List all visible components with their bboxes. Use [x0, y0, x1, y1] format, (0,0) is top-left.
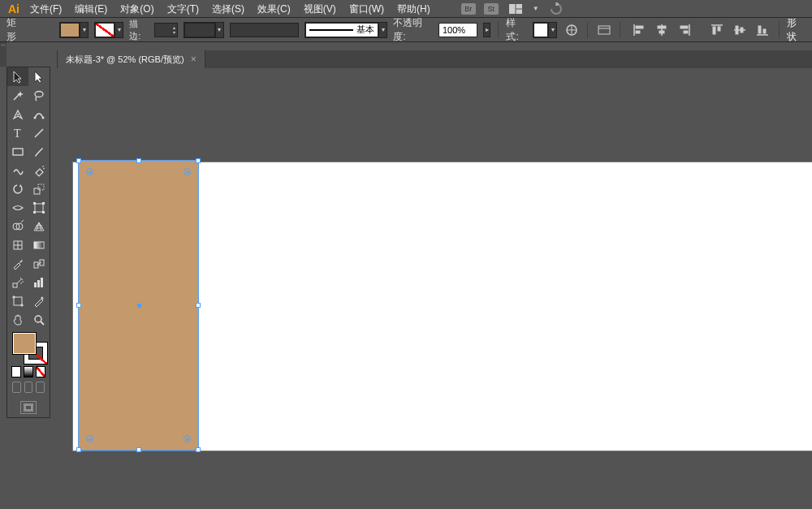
- paintbrush-tool[interactable]: [28, 142, 50, 161]
- curvature-tool[interactable]: [28, 105, 50, 123]
- handle-e[interactable]: [196, 303, 201, 308]
- handle-n[interactable]: [136, 158, 141, 163]
- sync-icon[interactable]: [547, 0, 565, 18]
- stroke-color-swatch[interactable]: ▾: [94, 22, 123, 38]
- menu-effect[interactable]: 效果(C): [251, 0, 297, 18]
- draw-normal-icon[interactable]: [12, 382, 21, 393]
- menu-help[interactable]: 帮助(H): [391, 0, 437, 18]
- width-tool[interactable]: [7, 198, 28, 217]
- rectangle-tool[interactable]: [7, 142, 28, 161]
- brush-definition-dropdown[interactable]: 基本▾: [304, 22, 387, 38]
- pen-tool[interactable]: [7, 105, 28, 123]
- svg-point-29: [34, 116, 37, 119]
- svg-rect-64: [25, 405, 32, 410]
- menu-file[interactable]: 文件(F): [24, 0, 68, 18]
- slice-tool[interactable]: [28, 291, 50, 310]
- handle-sw[interactable]: [76, 447, 81, 452]
- shape-builder-tool[interactable]: [7, 217, 28, 235]
- blend-tool[interactable]: [28, 254, 50, 273]
- close-icon[interactable]: ×: [191, 54, 197, 65]
- menu-window[interactable]: 窗口(W): [343, 0, 391, 18]
- menu-edit[interactable]: 编辑(E): [68, 0, 114, 18]
- rotate-tool[interactable]: [7, 179, 28, 198]
- app-icon: Ai: [4, 0, 24, 18]
- perspective-grid-tool[interactable]: [28, 217, 50, 235]
- stroke-profile-dropdown[interactable]: ▾: [184, 22, 224, 38]
- draw-inside-icon[interactable]: [36, 382, 45, 393]
- align-right-icon[interactable]: [676, 21, 693, 39]
- live-corner-sw[interactable]: [86, 435, 93, 442]
- handle-nw[interactable]: [76, 158, 81, 163]
- eyedropper-tool[interactable]: [7, 254, 28, 273]
- handle-ne[interactable]: [196, 158, 201, 163]
- handle-w[interactable]: [76, 303, 81, 308]
- lasso-tool[interactable]: [28, 86, 50, 105]
- type-tool[interactable]: T: [7, 123, 28, 142]
- opacity-label: 不透明度:: [393, 16, 433, 44]
- canvas-area[interactable]: [57, 68, 812, 509]
- recolor-icon[interactable]: [563, 21, 580, 39]
- artboard-tool[interactable]: [7, 291, 28, 310]
- selection-bounding-box: [78, 160, 199, 451]
- svg-rect-15: [680, 26, 688, 28]
- direct-selection-tool[interactable]: [28, 67, 50, 86]
- align-top-icon[interactable]: [708, 21, 726, 39]
- fill-stroke-indicator[interactable]: [12, 332, 48, 364]
- document-tab[interactable]: 未标题-3* @ 52% (RGB/预览) ×: [57, 50, 205, 68]
- svg-point-28: [17, 114, 19, 115]
- color-mode-none[interactable]: [36, 366, 45, 377]
- svg-rect-6: [598, 26, 610, 34]
- menu-object[interactable]: 对象(O): [114, 0, 160, 18]
- svg-text:T: T: [14, 127, 21, 140]
- color-mode-solid[interactable]: [11, 366, 21, 377]
- zoom-tool[interactable]: [28, 310, 50, 329]
- align-bottom-icon[interactable]: [754, 21, 771, 39]
- doc-setup-icon[interactable]: [595, 21, 612, 39]
- transform-label[interactable]: 形状: [787, 16, 806, 44]
- hand-tool[interactable]: [7, 310, 28, 329]
- screen-mode-button[interactable]: [20, 401, 37, 414]
- svg-rect-54: [37, 280, 40, 287]
- live-corner-nw[interactable]: [86, 168, 93, 175]
- color-mode-gradient[interactable]: [24, 366, 33, 377]
- live-corner-ne[interactable]: [184, 168, 191, 175]
- free-transform-tool[interactable]: [28, 198, 50, 217]
- svg-rect-39: [33, 211, 36, 214]
- column-graph-tool[interactable]: [28, 273, 50, 291]
- draw-behind-icon[interactable]: [24, 382, 33, 393]
- bridge-icon[interactable]: Br: [461, 3, 476, 15]
- shaper-tool[interactable]: [7, 161, 28, 179]
- panel-grip[interactable]: ‹‹: [0, 42, 6, 67]
- dropdown-icon[interactable]: ▼: [533, 5, 539, 12]
- eraser-tool[interactable]: [28, 161, 50, 179]
- fill-color-swatch[interactable]: ▾: [59, 22, 89, 38]
- menu-select[interactable]: 选择(S): [205, 0, 251, 18]
- arrange-docs-icon[interactable]: [507, 0, 525, 18]
- style-label: 样式:: [506, 16, 527, 44]
- fill-indicator[interactable]: [12, 332, 37, 355]
- stroke-label: 描边:: [129, 18, 149, 42]
- align-vcenter-icon[interactable]: [731, 21, 749, 39]
- stock-icon[interactable]: St: [484, 3, 499, 15]
- live-corner-se[interactable]: [184, 435, 191, 442]
- graphic-style-swatch[interactable]: ▾: [533, 22, 557, 38]
- opacity-dropdown-icon[interactable]: ▸: [483, 23, 491, 37]
- opacity-input[interactable]: 100%: [438, 23, 477, 37]
- selection-tool[interactable]: [7, 67, 28, 86]
- symbol-sprayer-tool[interactable]: [7, 273, 28, 291]
- menu-type[interactable]: 文字(T): [161, 0, 205, 18]
- handle-se[interactable]: [196, 447, 201, 452]
- magic-wand-tool[interactable]: [7, 86, 28, 105]
- align-hcenter-icon[interactable]: [653, 21, 671, 39]
- variable-width-dropdown[interactable]: [230, 23, 300, 37]
- gradient-tool[interactable]: [28, 235, 50, 254]
- line-tool[interactable]: [28, 123, 50, 142]
- mesh-tool[interactable]: [7, 235, 28, 254]
- scale-tool[interactable]: [28, 179, 50, 198]
- menu-view[interactable]: 视图(V): [297, 0, 343, 18]
- stroke-weight-stepper[interactable]: ▴▾: [154, 23, 178, 37]
- control-bar: 矩形 ▾ ▾ 描边: ▴▾ ▾ 基本▾ 不透明度: 100% ▸ 样式: ▾ 形…: [0, 18, 812, 42]
- align-left-icon[interactable]: [630, 21, 648, 39]
- handle-s[interactable]: [136, 447, 141, 452]
- center-point[interactable]: [137, 304, 141, 308]
